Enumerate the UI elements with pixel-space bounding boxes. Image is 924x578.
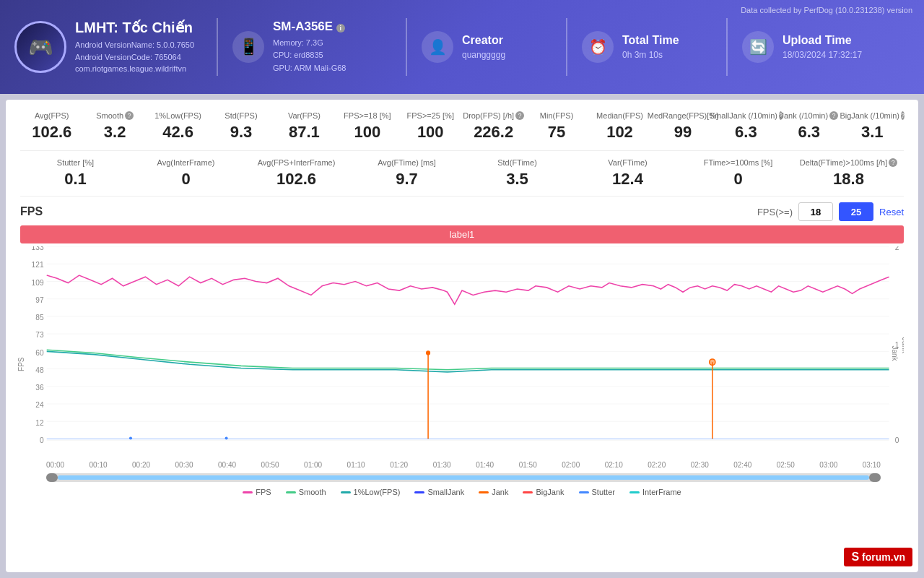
fps-threshold-2[interactable] [839,202,873,221]
svg-point-32 [129,436,132,439]
svg-text:97: 97 [35,296,44,304]
info-icon[interactable]: ? [901,111,905,120]
legend-color [579,491,589,493]
stat-cell: Var(FTime) 12.4 [572,158,683,189]
total-time-icon: ⏰ [582,31,614,63]
divider1 [217,18,218,76]
fps-title: FPS [20,205,43,218]
forum-badge: S forum.vn [844,548,912,566]
svg-text:109: 109 [32,279,44,287]
stat-cell: Delta(FTime)>100ms [/h]? 18.8 [793,158,904,189]
upload-time-stat: 🔄 Upload Time 18/03/2024 17:32:17 [742,31,872,63]
fps-chart: 133 121 109 97 85 73 60 48 36 24 12 0 2 … [20,246,904,460]
svg-point-31 [710,359,715,365]
stat-value: 102.6 [20,123,83,142]
stat-label: FTime>=100ms [%] [683,158,793,167]
x-axis-label: 01:30 [433,461,451,469]
creator-label: Creator [462,34,505,47]
game-details: LMHT: Tốc Chiến Android VersionName: 5.0… [75,19,194,75]
info-icon[interactable]: ? [829,111,838,120]
device-info-icon[interactable]: i [336,24,345,33]
legend-item: SmallJank [414,488,464,496]
stat-cell: Median(FPS) 102 [588,111,651,142]
stat-cell: Var(FPS) 87.1 [273,111,336,142]
x-axis-label: 01:20 [390,461,408,469]
info-icon[interactable]: ? [515,111,524,120]
fps-controls: FPS(>=) Reset [757,202,904,221]
upload-time-info: Upload Time 18/03/2024 17:32:17 [783,34,862,60]
legend-color [629,491,640,493]
game-icon: 🎮 [14,21,66,73]
svg-text:133: 133 [32,246,44,251]
stat-cell: Avg(FPS+InterFrame) 102.6 [241,158,352,189]
stat-label: Std(FTime) [462,158,572,167]
stat-cell: Stutter [%] 0.1 [20,158,131,189]
stat-cell: FTime>=100ms [%] 0 [683,158,793,189]
android-version-name: Android VersionName: 5.0.0.7650 [75,39,194,51]
stat-value: 226.2 [462,123,525,142]
info-icon[interactable]: ? [889,158,897,167]
legend-label: SmallJank [427,488,464,496]
legend-label: 1%Low(FPS) [354,488,401,496]
stat-value: 3.5 [462,170,572,189]
device-details: SM-A356E i Memory: 7.3G CPU: erd8835 GPU… [273,20,346,75]
stat-label: Std(FPS) [209,111,272,120]
divider3 [566,18,567,76]
stat-cell: 1%Low(FPS) 42.6 [147,111,209,142]
stat-label: Stutter [%] [20,158,131,167]
legend-label: Stutter [592,488,615,496]
stat-label: MedRange(FPS)[%] [651,111,714,120]
stat-value: 102.6 [241,170,352,189]
device-info: 📱 SM-A356E i Memory: 7.3G CPU: erd8835 G… [232,20,391,75]
scrollbar-thumb-left[interactable] [46,473,58,482]
stat-label: Avg(FTime) [ms] [352,158,462,167]
game-title: LMHT: Tốc Chiến [75,19,194,36]
legend-item: InterFrame [629,488,681,496]
svg-text:48: 48 [35,366,44,374]
svg-point-29 [426,350,430,355]
game-info: 🎮 LMHT: Tốc Chiến Android VersionName: 5… [14,19,202,75]
total-time-info: Total Time 0h 3m 10s [622,34,679,60]
stat-label: Var(FPS) [273,111,336,120]
stats-row1: Avg(FPS) 102.6 Smooth? 3.2 1%Low(FPS) 42… [20,111,904,151]
svg-text:60: 60 [35,349,44,357]
legend-item: Stutter [579,488,615,496]
x-axis-label: 03:10 [863,461,881,469]
scrollbar-track[interactable] [46,473,881,482]
legend-label: Jank [492,488,508,496]
reset-button[interactable]: Reset [879,207,904,217]
stat-cell: Avg(FPS) 102.6 [20,111,83,142]
x-axis-label: 02:40 [733,461,751,469]
x-axis-label: 00:00 [46,461,64,469]
legend-label: BigJank [536,488,564,496]
stat-value: 87.1 [273,123,336,142]
x-axis-label: 00:40 [218,461,236,469]
svg-text:0: 0 [40,436,44,444]
stat-value: 75 [525,123,588,142]
legend-item: 1%Low(FPS) [341,488,401,496]
legend-color [523,491,533,493]
total-time-label: Total Time [622,34,679,47]
scrollbar-thumb-right[interactable] [869,473,881,482]
fps-threshold-1[interactable] [798,202,833,221]
svg-text:Jank: Jank [901,337,904,354]
jank-axis-label: Jank [891,345,899,361]
x-axis-label: 02:20 [648,461,666,469]
stat-value: 9.3 [209,123,272,142]
svg-text:121: 121 [32,261,44,269]
x-axis: 00:0000:1000:2000:3000:4000:5001:0001:10… [20,460,904,470]
stat-cell: Jank (/10min)? 6.3 [777,111,840,142]
info-icon[interactable]: ? [125,111,134,120]
x-axis-label: 00:20 [132,461,150,469]
stat-label: Var(FTime) [572,158,683,167]
stat-value: 42.6 [147,123,209,142]
upload-time-label: Upload Time [783,34,862,47]
upload-time-icon: 🔄 [742,31,774,63]
device-icon: 📱 [232,31,264,63]
stat-cell: Avg(FTime) [ms] 9.7 [352,158,462,189]
fps-side-label: FPS [17,357,25,371]
x-axis-label: 01:40 [476,461,494,469]
chart-legend: FPS Smooth 1%Low(FPS) SmallJank Jank Big… [20,488,904,496]
legend-item: FPS [243,488,271,496]
stat-value: 100 [336,123,398,142]
